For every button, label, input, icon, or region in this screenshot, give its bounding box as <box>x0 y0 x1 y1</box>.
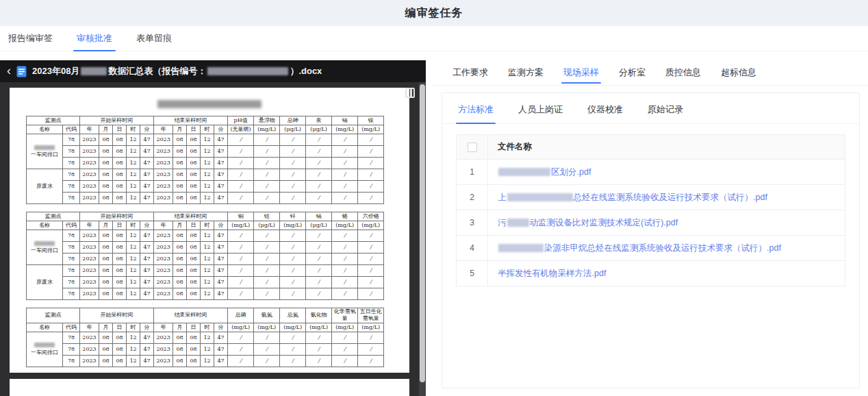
select-all-checkbox[interactable] <box>468 143 477 152</box>
table-row: 原废水78202308081247202308081247////// <box>27 265 384 277</box>
document-title: 2023年08月数据汇总表（报告编号：）.docx <box>32 65 322 77</box>
document-viewer-body: 监测点开始采样时间结束采样时间pH值悬浮物总砷汞镉镍名称代码年月日时分年月日时分… <box>0 82 426 396</box>
file-row-index: 2 <box>457 185 488 210</box>
sub-tab-人员上岗证[interactable]: 人员上岗证 <box>516 103 565 123</box>
info-tab-质控信息[interactable]: 质控信息 <box>662 60 704 85</box>
tab-divider <box>433 85 868 86</box>
content-area: ‹ 2023年08月数据汇总表（报告编号：）.docx 监测点开始采样时间结束采… <box>0 51 868 396</box>
info-tab-工作要求[interactable]: 工作要求 <box>449 60 492 85</box>
info-panel: 工作要求监测方案现场采样分析室质控信息超标信息 方法标准人员上岗证仪器校准原始记… <box>433 60 868 396</box>
info-tab-现场采样[interactable]: 现场采样 <box>560 60 602 85</box>
sub-tab-方法标准[interactable]: 方法标准 <box>456 103 496 123</box>
document-page-1: 监测点开始采样时间结束采样时间pH值悬浮物总砷汞镉镍名称代码年月日时分年月日时分… <box>10 88 409 373</box>
main-tab-审核批准[interactable]: 审核批准 <box>73 26 116 51</box>
info-tab-bar: 工作要求监测方案现场采样分析室质控信息超标信息 <box>433 60 868 85</box>
file-row: 1 区划分.pdf <box>457 160 845 185</box>
table-row: 78202308081247202308081247////// <box>27 355 384 367</box>
main-tab-表单留痕[interactable]: 表单留痕 <box>133 26 175 51</box>
document-page-2 <box>10 379 409 396</box>
table-row: 78202308081247202308081247////// <box>27 181 384 193</box>
file-row: 5 半挥发性有机物采样方法.pdf <box>457 261 845 286</box>
table-row: 78202308081247202308081247////// <box>27 343 384 355</box>
document-page-title-redacted <box>157 100 261 108</box>
file-table: 文件名称 1 区划分.pdf 2 上总烃在线监测系统验收及运行技术要求（试行）.… <box>456 134 845 286</box>
monitoring-data-table: 监测点开始采样时间结束采样时间铜铅锌镉铬六价铬名称代码年月日时分年月日时分(mg… <box>26 212 384 300</box>
table-row: 78202308081247202308081247////// <box>27 253 384 265</box>
file-link[interactable]: 上总烃在线监测系统验收及运行技术要求（试行）.pdf <box>488 185 845 210</box>
monitoring-data-table: 监测点开始采样时间结束采样时间pH值悬浮物总砷汞镉镍名称代码年月日时分年月日时分… <box>26 116 384 204</box>
file-row-index: 3 <box>457 210 488 236</box>
file-link[interactable]: 染源非甲烷总烃在线监测系统验收及运行技术要求（试行）.pdf <box>488 236 845 261</box>
redacted-text <box>207 67 288 75</box>
table-row: 78202308081247202308081247////// <box>27 146 384 158</box>
app-root: 编审签任务 报告编审签审核批准表单留痕 ‹ 2023年08月数据汇总表（报告编号… <box>0 0 868 396</box>
sub-tab-仪器校准[interactable]: 仪器校准 <box>585 103 625 123</box>
redacted-text <box>498 244 544 252</box>
select-all-cell <box>457 135 488 160</box>
file-row-index: 1 <box>457 160 488 185</box>
thumbnail-panel-icon[interactable] <box>405 88 415 98</box>
viewer-scrollbar-thumb[interactable] <box>420 84 425 382</box>
file-row: 4 染源非甲烷总烃在线监测系统验收及运行技术要求（试行）.pdf <box>457 236 845 261</box>
file-link[interactable]: 半挥发性有机物采样方法.pdf <box>488 261 845 286</box>
sub-tab-bar: 方法标准人员上岗证仪器校准原始记录 <box>442 93 859 124</box>
info-tab-分析室[interactable]: 分析室 <box>615 60 649 85</box>
viewer-scrollbar[interactable] <box>419 82 426 396</box>
file-row-index: 4 <box>457 236 488 261</box>
file-card: 方法标准人员上岗证仪器校准原始记录 文件名称 1 区划分.pdf 2 上总烃在线… <box>442 92 860 388</box>
table-row: 原废水78202308081247202308081247////// <box>27 169 384 181</box>
file-row: 2 上总烃在线监测系统验收及运行技术要求（试行）.pdf <box>457 185 845 210</box>
main-tab-bar: 报告编审签审核批准表单留痕 <box>0 26 868 51</box>
table-row: 78202308081247202308081247////// <box>27 242 384 253</box>
document-icon <box>16 66 27 77</box>
sub-tab-原始记录[interactable]: 原始记录 <box>646 103 685 123</box>
redacted-text <box>507 193 573 201</box>
document-viewer-header: ‹ 2023年08月数据汇总表（报告编号：）.docx <box>0 60 426 82</box>
monitoring-data-table: 监测点开始采样时间结束采样时间总磷氨氮总氮氰化物化学需氧量五日生化需氧量名称代码… <box>26 308 384 367</box>
main-tab-报告编审签[interactable]: 报告编审签 <box>5 26 56 51</box>
file-link[interactable]: 污动监测设备比对监测技术规定(试行).pdf <box>488 210 845 236</box>
redacted-text <box>81 67 107 75</box>
page-header: 编审签任务 <box>0 0 868 26</box>
table-row: 78202308081247202308081247////// <box>27 277 384 288</box>
redacted-text <box>498 168 550 176</box>
info-tab-监测方案[interactable]: 监测方案 <box>505 60 547 85</box>
page-title: 编审签任务 <box>405 6 463 21</box>
file-name-column-header: 文件名称 <box>488 135 845 160</box>
back-icon[interactable]: ‹ <box>7 64 11 77</box>
file-row: 3 污动监测设备比对监测技术规定(试行).pdf <box>457 210 845 236</box>
table-row: 一车间排口78202308081247202308081247////// <box>27 332 384 343</box>
table-row: 78202308081247202308081247////// <box>27 158 384 169</box>
file-row-index: 5 <box>457 261 488 286</box>
table-row: 一车间排口78202308081247202308081247////// <box>27 230 384 242</box>
document-viewer: ‹ 2023年08月数据汇总表（报告编号：）.docx 监测点开始采样时间结束采… <box>0 60 426 396</box>
table-row: 78202308081247202308081247////// <box>27 193 384 204</box>
table-row: 78202308081247202308081247////// <box>27 288 384 300</box>
table-row: 一车间排口78202308081247202308081247////// <box>27 134 384 146</box>
info-tab-超标信息[interactable]: 超标信息 <box>717 60 760 85</box>
redacted-text <box>507 219 529 227</box>
file-link[interactable]: 区划分.pdf <box>488 160 845 185</box>
